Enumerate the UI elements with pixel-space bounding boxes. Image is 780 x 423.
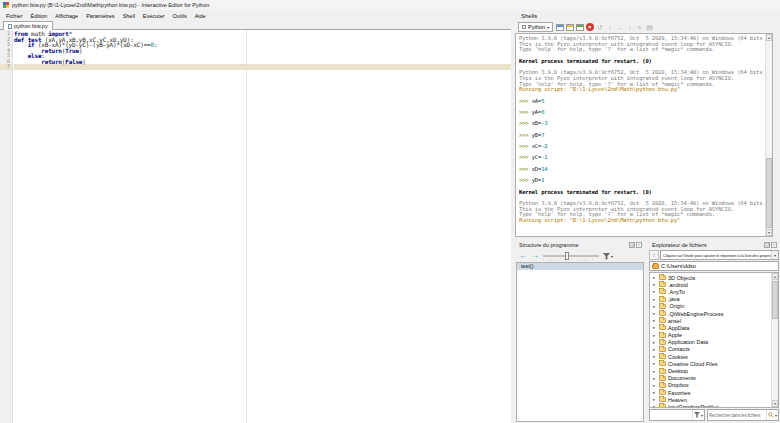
float-panel-icon[interactable]: ❏ <box>629 242 635 248</box>
tree-item[interactable]: ▸IntelGraphicsProfiles <box>650 403 771 408</box>
code-editor[interactable]: 1234567 from math import*def test (xA,yA… <box>0 30 511 423</box>
expand-icon[interactable]: ▸ <box>653 389 657 396</box>
shell-output[interactable]: Python 3.9.0 (tags/v3.9.0:9cf6752, Oct 5… <box>515 33 773 237</box>
tree-item[interactable]: ▸.Origin <box>650 303 771 310</box>
expand-icon[interactable]: ▸ <box>653 396 657 403</box>
expand-icon[interactable]: ▸ <box>653 274 657 281</box>
expand-icon[interactable]: ▸ <box>653 324 657 331</box>
folder-name: .AnyTo <box>668 289 685 295</box>
shell-scrollbar[interactable]: ▲ ▼ <box>765 34 772 236</box>
chevron-down-icon[interactable]: ▾ <box>771 251 778 259</box>
menu-item-excuter[interactable]: Exécuter <box>139 13 169 19</box>
scroll-up-icon[interactable]: ▲ <box>766 34 772 41</box>
postmortem-icon[interactable]: ▤ <box>645 23 654 32</box>
folder-icon <box>659 297 666 302</box>
stop-icon[interactable]: × <box>585 23 594 32</box>
chevron-down-icon[interactable]: ▾ <box>547 25 549 30</box>
scrollbar-thumb[interactable] <box>766 158 772 228</box>
slider-handle[interactable] <box>565 252 569 260</box>
expand-icon[interactable]: ▸ <box>653 317 657 324</box>
structure-depth-slider[interactable] <box>543 252 599 261</box>
tree-item[interactable]: ▸Dropbox <box>650 382 771 389</box>
expand-icon[interactable]: ▸ <box>653 296 657 303</box>
float-panel-icon[interactable]: ❏ <box>764 242 770 248</box>
new-shell-icon[interactable] <box>555 23 564 32</box>
expand-icon[interactable]: ▸ <box>653 382 657 389</box>
close-panel-icon[interactable]: × <box>636 242 642 248</box>
debug-stop-icon[interactable]: × <box>635 23 644 32</box>
step-return-icon[interactable]: ↑ <box>625 23 634 32</box>
tree-item[interactable]: ▸Desktop <box>650 367 771 374</box>
tree-item[interactable]: ▸3D Objects <box>650 274 771 281</box>
folder-name: Cookies <box>668 354 688 360</box>
tree-item[interactable]: ▸Documents <box>650 375 771 382</box>
tree-item[interactable]: ▸AppData <box>650 324 771 331</box>
scrollbar-thumb[interactable] <box>772 281 778 319</box>
expand-icon[interactable]: ▸ <box>653 403 657 408</box>
folder-icon <box>659 325 666 330</box>
expand-icon[interactable]: ▸ <box>653 353 657 360</box>
expand-icon[interactable]: ▸ <box>653 375 657 382</box>
scroll-down-icon[interactable]: ▼ <box>766 229 772 236</box>
expand-icon[interactable]: ▸ <box>653 368 657 375</box>
menu-item-affichage[interactable]: Affichage <box>51 13 82 19</box>
tree-item[interactable]: ▸Application Data <box>650 339 771 346</box>
filter-input[interactable] <box>650 413 692 418</box>
expand-icon[interactable]: ▸ <box>653 346 657 353</box>
back-icon[interactable]: ← <box>519 251 527 261</box>
structure-item[interactable]: test() <box>517 263 643 270</box>
close-panel-icon[interactable]: × <box>771 242 777 248</box>
structure-filter-button[interactable]: ▾ <box>603 253 613 260</box>
tree-item[interactable]: ▸Contacts <box>650 346 771 353</box>
path-field[interactable]: C:\Users\ddso <box>649 261 779 271</box>
search-input[interactable] <box>708 413 766 418</box>
tree-item[interactable]: ▸Creative Cloud Files <box>650 360 771 367</box>
project-combobox[interactable]: Cliquez sur l'étoile pour ajouter le rép… <box>660 250 779 260</box>
menu-item-dition[interactable]: Édition <box>27 13 52 19</box>
restart-icon[interactable] <box>575 23 584 32</box>
debug-restart-icon[interactable]: ↺ <box>595 23 604 32</box>
menu-item-shell[interactable]: Shell <box>119 13 139 19</box>
tree-item[interactable]: ▸Heaven <box>650 396 771 403</box>
menu-item-aide[interactable]: Aide <box>191 13 210 19</box>
code-area[interactable]: from math import*def test (xA,yA,xB,yB,x… <box>14 31 511 70</box>
expand-icon[interactable]: ▸ <box>653 360 657 367</box>
shell-tab-python[interactable]: Python ▾ <box>518 22 553 32</box>
filter-field[interactable]: ▾ <box>649 409 705 421</box>
tree-item[interactable]: ▸Cookies <box>650 353 771 360</box>
expand-icon[interactable]: ▸ <box>653 332 657 339</box>
tree-item[interactable]: ▸.java <box>650 296 771 303</box>
tree-item[interactable]: ▸Apple <box>650 332 771 339</box>
tree-item[interactable]: ▸Favorites <box>650 389 771 396</box>
tree-item[interactable]: ▸.QtWebEngineProcess <box>650 310 771 317</box>
menu-item-outils[interactable]: Outils <box>169 13 191 19</box>
filter-button[interactable]: ▾ <box>692 410 704 420</box>
scroll-down-icon[interactable]: ▼ <box>772 400 778 407</box>
tree-item[interactable]: ▸.android <box>650 281 771 288</box>
interrupt-icon[interactable] <box>565 23 574 32</box>
editor-tab[interactable]: python btw.py <box>3 21 53 30</box>
menu-item-fichier[interactable]: Fichier <box>2 13 27 19</box>
file-tree[interactable]: ▸3D Objects▸.android▸.AnyTo▸.java▸.Origi… <box>649 272 779 408</box>
step-over-icon[interactable]: → <box>615 23 624 32</box>
menu-item-paramtres[interactable]: Paramètres <box>82 13 118 19</box>
title-bar[interactable]: python btw.py (B:\1-Lycee\2nd\Math\pytho… <box>0 0 780 10</box>
search-button[interactable]: ▾ <box>766 410 778 420</box>
tree-item[interactable]: ▸ansel <box>650 317 771 324</box>
structure-list[interactable]: test() <box>516 262 644 422</box>
current-path: C:\Users\ddso <box>661 263 696 269</box>
forward-icon[interactable]: → <box>531 251 539 261</box>
folder-icon <box>659 397 666 402</box>
search-field[interactable]: ▾ <box>707 409 779 421</box>
step-into-icon[interactable]: ↓ <box>605 23 614 32</box>
expand-icon[interactable]: ▸ <box>653 303 657 310</box>
expand-icon[interactable]: ▸ <box>653 281 657 288</box>
tree-item[interactable]: ▸.AnyTo <box>650 288 771 295</box>
star-icon[interactable]: ☆ <box>649 250 659 260</box>
scroll-up-icon[interactable]: ▲ <box>772 273 778 280</box>
tree-scrollbar[interactable]: ▲ ▼ <box>771 273 778 407</box>
expand-icon[interactable]: ▸ <box>653 339 657 346</box>
expand-icon[interactable]: ▸ <box>653 310 657 317</box>
expand-icon[interactable]: ▸ <box>653 288 657 295</box>
editor-tab-label: python btw.py <box>14 23 48 29</box>
